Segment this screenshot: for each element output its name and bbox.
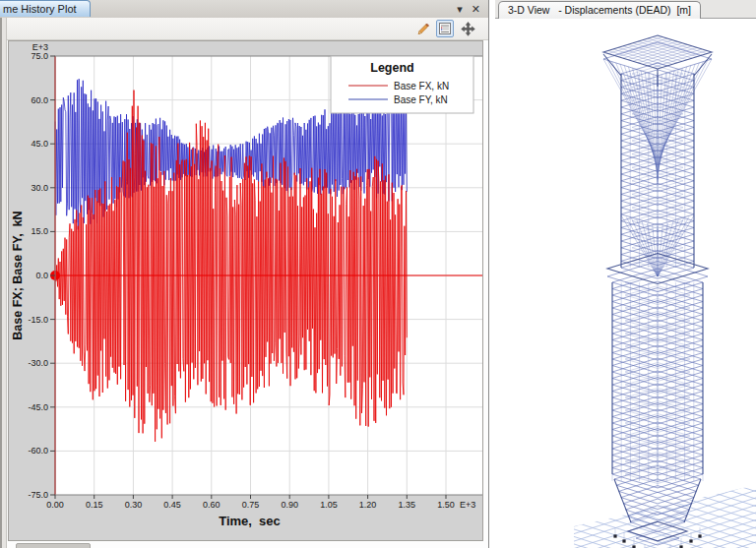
plot-toolbar <box>0 18 488 40</box>
svg-text:E+3: E+3 <box>460 500 475 510</box>
svg-text:0.45: 0.45 <box>163 500 181 510</box>
svg-text:0.90: 0.90 <box>281 500 298 510</box>
svg-text:Base FX; Base FY, kN: Base FX; Base FY, kN <box>11 211 25 339</box>
svg-text:45.0: 45.0 <box>31 139 48 149</box>
time-history-chart: 75.060.045.030.015.00.0-15.0-30.0-45.0-6… <box>9 41 482 540</box>
svg-text:-15.0: -15.0 <box>28 315 48 325</box>
svg-text:-75.0: -75.0 <box>28 490 48 500</box>
svg-text:-60.0: -60.0 <box>28 446 48 456</box>
svg-text:0.15: 0.15 <box>86 500 103 510</box>
svg-text:1.20: 1.20 <box>359 500 377 510</box>
model-viewport[interactable] <box>495 19 756 548</box>
svg-text:0.30: 0.30 <box>125 500 143 510</box>
window-menu-icon[interactable]: ▾ <box>457 1 463 17</box>
svg-text:Base FY, kN: Base FY, kN <box>394 94 448 105</box>
svg-text:0.00: 0.00 <box>46 500 64 510</box>
svg-text:E+3: E+3 <box>32 42 48 52</box>
svg-text:1.35: 1.35 <box>399 500 416 510</box>
window-titlebar[interactable]: me History Plot ▾ ✕ <box>0 0 488 19</box>
svg-text:Time, sec: Time, sec <box>219 514 281 528</box>
view-3d-window: 3-D View - Displacements (DEAD) [m] <box>495 0 756 548</box>
svg-text:1.50: 1.50 <box>437 500 455 510</box>
window-tab-3d-view[interactable]: 3-D View - Displacements (DEAD) [m] <box>498 1 701 19</box>
horizontal-scrollbar-thumb[interactable] <box>16 543 91 548</box>
svg-text:30.0: 30.0 <box>31 183 48 193</box>
svg-text:-30.0: -30.0 <box>28 358 48 368</box>
chart-panel: 75.060.045.030.015.00.0-15.0-30.0-45.0-6… <box>8 40 483 541</box>
svg-text:75.0: 75.0 <box>31 51 48 61</box>
move-icon[interactable] <box>459 20 476 37</box>
close-icon[interactable]: ✕ <box>472 1 480 17</box>
plot-options-icon[interactable] <box>436 20 454 37</box>
pencil-icon[interactable] <box>413 20 431 37</box>
svg-text:Legend: Legend <box>370 61 413 75</box>
structure-3d-model <box>495 19 756 548</box>
view-3d-tabbar: 3-D View - Displacements (DEAD) [m] <box>495 0 756 19</box>
svg-text:0.0: 0.0 <box>35 271 48 280</box>
svg-text:-45.0: -45.0 <box>28 402 48 412</box>
svg-text:15.0: 15.0 <box>31 226 48 236</box>
svg-text:Base FX, kN: Base FX, kN <box>394 81 449 91</box>
time-history-plot-window: me History Plot ▾ ✕ <box>0 0 489 548</box>
svg-text:0.75: 0.75 <box>242 500 260 510</box>
svg-text:0.60: 0.60 <box>203 500 220 510</box>
svg-text:1.05: 1.05 <box>320 500 338 510</box>
window-left-border <box>0 18 7 548</box>
svg-text:60.0: 60.0 <box>31 95 48 105</box>
window-tab-time-history-plot[interactable]: me History Plot <box>0 0 91 17</box>
app-root: me History Plot ▾ ✕ <box>0 0 756 548</box>
